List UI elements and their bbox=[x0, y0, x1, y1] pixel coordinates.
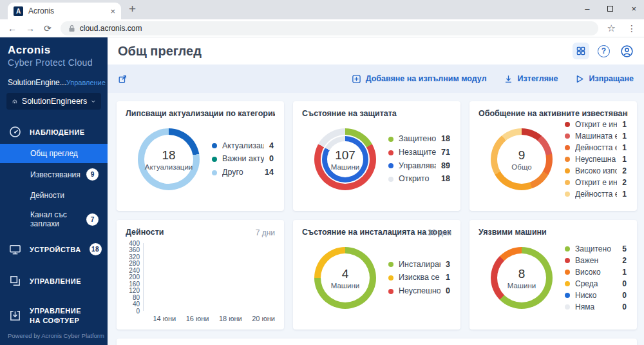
legend-label: Незащитено bbox=[399, 148, 436, 158]
legend-item: Машината е офлайн ...1 bbox=[565, 132, 627, 141]
donut-chart-patch-installation: 4 Машини bbox=[314, 247, 376, 309]
legend-item: Изисква се рестартир...1 bbox=[388, 273, 450, 283]
apps-grid-icon[interactable] bbox=[573, 43, 589, 59]
legend-label: Машината е офлайн ... bbox=[575, 132, 617, 141]
sidebar: Acronis Cyber Protect Cloud SolutionEngi… bbox=[0, 37, 108, 345]
legend-dot bbox=[565, 281, 570, 286]
acronis-logo: Acronis Cyber Protect Cloud bbox=[0, 37, 108, 68]
legend-dot bbox=[388, 163, 393, 168]
donut-center-value: 8 bbox=[518, 267, 526, 281]
chart-legend: Защитено18Незащитено71Управлявани89Откри… bbox=[388, 134, 451, 184]
x-axis-label: 14 юни bbox=[153, 315, 176, 322]
donut-center-label: Общо bbox=[511, 163, 531, 171]
maximize-button[interactable] bbox=[607, 6, 613, 12]
donut-chart-missing-updates: 18 Актуализации bbox=[138, 128, 200, 190]
legend-label: Ниско bbox=[575, 291, 617, 301]
tab-close-icon[interactable]: × bbox=[110, 6, 115, 16]
plot-area bbox=[143, 243, 275, 311]
card-period: 7 дни bbox=[256, 228, 275, 237]
minimize-button[interactable]: – bbox=[585, 4, 589, 14]
legend-label: Защитено bbox=[575, 244, 617, 254]
x-axis-label bbox=[242, 315, 252, 322]
forward-icon[interactable]: → bbox=[26, 24, 35, 33]
sidebar-item-label: УСТРОЙСТВА bbox=[30, 246, 81, 253]
donut-center-label: Машини bbox=[507, 282, 536, 290]
legend-label: Защитено bbox=[399, 134, 436, 144]
x-axis-label bbox=[176, 315, 185, 322]
sidebar-item-devices[interactable]: УСТРОЙСТВА 18 bbox=[0, 237, 108, 261]
legend-dot bbox=[212, 157, 217, 162]
card-title: Липсващи актуализации по категории bbox=[126, 109, 275, 118]
sidebar-item-label: УПРАВЛЕНИЕ bbox=[30, 277, 81, 285]
chart-legend: Инсталирано3Изисква се рестартир...1Неус… bbox=[388, 260, 451, 297]
legend-item: Открит е инцидент2 bbox=[565, 178, 627, 188]
legend-value: 1 bbox=[446, 273, 450, 283]
new-tab-button[interactable]: + bbox=[129, 2, 136, 16]
alerts-count-badge: 9 bbox=[86, 168, 99, 181]
open-in-new-window-button[interactable] bbox=[118, 74, 128, 84]
legend-label: Изисква се рестартир... bbox=[399, 273, 440, 283]
download-label: Изтегляне bbox=[518, 74, 558, 83]
chart-legend: Защитено5Важен2Високо1Среда0Ниско0Няма0 bbox=[565, 244, 628, 312]
legend-label: Инсталирано bbox=[399, 260, 440, 270]
legend-item: Друго14 bbox=[212, 168, 274, 178]
sidebar-item-activities[interactable]: Дейности bbox=[0, 186, 108, 205]
open-in-new-window-icon bbox=[118, 74, 128, 84]
donut-inner-ring: 107 Машини bbox=[322, 136, 368, 182]
browser-tab[interactable]: A Acronis × bbox=[8, 3, 121, 19]
legend-item: Актуализации на за...4 bbox=[212, 141, 274, 152]
legend-label: Дейността е неуспеш... bbox=[575, 143, 617, 153]
donut-center-label: Машини bbox=[331, 282, 360, 290]
powered-by-label: Powered by Acronis Cyber Platform bbox=[8, 332, 104, 339]
logo-line-1: Acronis bbox=[8, 44, 100, 57]
legend-dot bbox=[565, 145, 570, 150]
legend-value: 5 bbox=[622, 244, 627, 254]
legend-value: 2 bbox=[622, 178, 627, 188]
acronis-favicon: A bbox=[14, 6, 23, 16]
card-partially-visible bbox=[117, 339, 637, 345]
sidebar-item-threat-feed[interactable]: Канал със заплахи 7 bbox=[0, 205, 108, 233]
legend-dot bbox=[388, 137, 393, 142]
tenant-selector[interactable]: SolutionEngineers bbox=[6, 93, 101, 110]
legend-label: Открит е инцидент bbox=[575, 120, 617, 130]
donut-center-label: Актуализации bbox=[145, 163, 193, 171]
legend-value: 18 bbox=[441, 174, 450, 184]
legend-value: 0 bbox=[269, 154, 274, 164]
download-button[interactable]: Изтегляне bbox=[504, 74, 558, 84]
send-button[interactable]: Изпращане bbox=[575, 74, 634, 84]
address-bar[interactable]: cloud.acronis.com bbox=[61, 21, 598, 35]
legend-label: Дейността е успешна... bbox=[575, 190, 617, 199]
widgets-grid: Липсващи актуализации по категории 18 Ак… bbox=[108, 93, 644, 345]
legend-value: 1 bbox=[622, 155, 627, 164]
back-icon[interactable]: ← bbox=[8, 24, 17, 33]
account-icon[interactable] bbox=[618, 43, 635, 59]
legend-label: Високо bbox=[575, 268, 617, 277]
legend-dot bbox=[565, 122, 570, 127]
sidebar-item-overview[interactable]: Общ преглед bbox=[0, 144, 108, 163]
sidebar-item-monitoring[interactable]: НАБЛЮДЕНИЕ bbox=[0, 120, 108, 144]
legend-item: Важни актуализации0 bbox=[212, 154, 274, 164]
legend-value: 0 bbox=[622, 291, 627, 301]
main-area: Общ преглед ? bbox=[108, 37, 644, 345]
legend-label: Актуализации на за... bbox=[222, 141, 264, 152]
reload-icon[interactable]: ⟳ bbox=[44, 24, 52, 33]
help-icon[interactable]: ? bbox=[598, 45, 610, 57]
legend-label: Важни актуализации bbox=[222, 154, 264, 164]
close-button[interactable]: × bbox=[631, 4, 636, 14]
legend-value: 1 bbox=[622, 120, 627, 130]
legend-dot bbox=[565, 304, 570, 310]
bar bbox=[209, 243, 226, 311]
legend-item: Незащитено71 bbox=[388, 148, 450, 158]
browser-menu-icon[interactable]: ⋮ bbox=[627, 23, 636, 34]
card-title: Дейности bbox=[126, 228, 275, 237]
add-widget-button[interactable]: Добавяне на изпълним модул bbox=[352, 74, 487, 84]
manage-link[interactable]: Управление bbox=[66, 79, 106, 86]
bookmark-star-icon[interactable]: ☆ bbox=[607, 23, 616, 34]
card-missing-updates: Липсващи актуализации по категории 18 Ак… bbox=[117, 101, 284, 211]
sidebar-item-management[interactable]: УПРАВЛЕНИЕ bbox=[0, 269, 108, 293]
sidebar-item-alerts[interactable]: Известявания 9 bbox=[0, 163, 108, 186]
sidebar-item-software-management[interactable]: УПРАВЛЕНИЕ НА СОФТУЕР bbox=[0, 301, 108, 331]
browser-tab-strip: A Acronis × + – × bbox=[0, 0, 644, 19]
card-title: Уязвими машини bbox=[478, 228, 628, 237]
legend-item: Високо използване н...2 bbox=[565, 166, 627, 176]
